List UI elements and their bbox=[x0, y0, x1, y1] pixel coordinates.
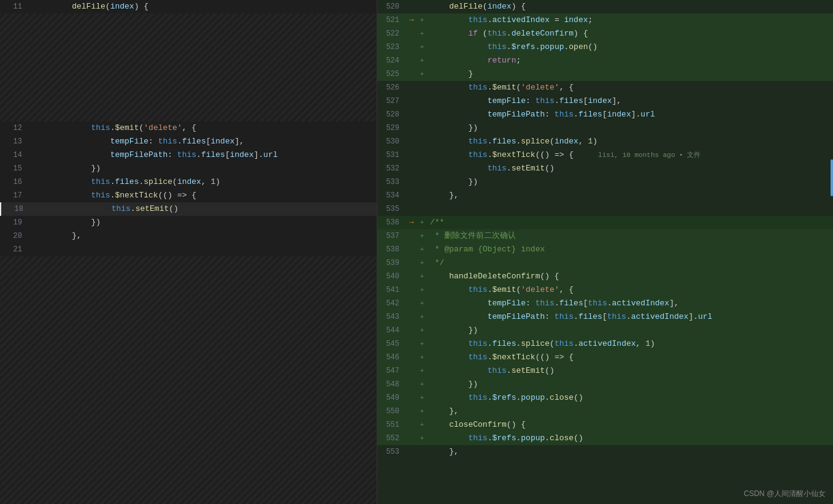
code-content: this.$emit('delete', { bbox=[428, 283, 833, 297]
table-row: 543 + tempFilePath: this.files[this.acti… bbox=[377, 310, 833, 324]
table-row: 520 delFile(index) { bbox=[377, 0, 833, 13]
editor-container: 11 delFile(index) { 12 this.$emit('delet… bbox=[0, 0, 833, 504]
line-number: 530 bbox=[377, 137, 407, 146]
table-row: 547 + this.setEmit() bbox=[377, 364, 833, 378]
table-row: 20 }, bbox=[0, 229, 377, 243]
table-row: 536 → + /** bbox=[377, 216, 833, 229]
line-number: 539 bbox=[377, 259, 407, 267]
code-content: }) bbox=[428, 121, 833, 135]
code-content: this.$emit('delete', { bbox=[428, 81, 833, 94]
table-row: 527 tempFile: this.files[index], bbox=[377, 94, 833, 108]
code-content: this.files.splice(index, 1) bbox=[50, 175, 377, 189]
line-number: 16 bbox=[0, 178, 29, 186]
line-number: 521 bbox=[377, 16, 407, 25]
code-content: this.$nextTick(() => { bbox=[50, 189, 377, 202]
code-content: if (this.deleteConfirm) { bbox=[428, 27, 833, 40]
gutter: + bbox=[416, 354, 428, 361]
gutter: + bbox=[416, 394, 428, 402]
line-number: 540 bbox=[377, 272, 407, 281]
table-row: 16 this.files.splice(index, 1) bbox=[0, 175, 377, 189]
table-row: 531 this.$nextTick(() => {lisi, 10 month… bbox=[377, 148, 833, 162]
line-number: 535 bbox=[377, 205, 407, 213]
watermark: CSDN @人间清醒小仙女 bbox=[743, 489, 826, 499]
table-row: 529 }) bbox=[377, 121, 833, 135]
line-number: 548 bbox=[377, 380, 407, 389]
gutter: + bbox=[416, 57, 428, 64]
gutter: + bbox=[416, 367, 428, 375]
code-content: }, bbox=[428, 445, 833, 459]
code-content: handleDeleteConfirm() { bbox=[428, 270, 833, 283]
left-pane: 11 delFile(index) { 12 this.$emit('delet… bbox=[0, 0, 377, 504]
line-number: 21 bbox=[0, 245, 29, 254]
line-number: 542 bbox=[377, 299, 407, 308]
gutter: + bbox=[416, 30, 428, 37]
gutter: + bbox=[416, 300, 428, 307]
table-row: 548 + }) bbox=[377, 378, 833, 391]
code-content: } bbox=[428, 67, 833, 81]
table-row: 551 + closeConfirm() { bbox=[377, 418, 833, 432]
line-number: 528 bbox=[377, 110, 407, 119]
line-number: 533 bbox=[377, 178, 407, 186]
code-content: tempFile: this.files[index], bbox=[428, 94, 833, 108]
table-row: 533 }) bbox=[377, 175, 833, 189]
line-number: 13 bbox=[0, 137, 29, 146]
code-content: tempFile: this.files[this.activedIndex], bbox=[428, 297, 833, 310]
code-content: closeConfirm() { bbox=[428, 418, 833, 432]
line-number: 545 bbox=[377, 340, 407, 348]
table-row: 11 delFile(index) { bbox=[0, 0, 377, 13]
code-content: this.$emit('delete', { bbox=[50, 121, 377, 135]
line-number: 18 bbox=[1, 205, 31, 213]
line-number: 546 bbox=[377, 353, 407, 362]
line-number: 529 bbox=[377, 124, 407, 132]
table-row: 528 tempFilePath: this.files[index].url bbox=[377, 108, 833, 121]
code-content: this.files.splice(this.activedIndex, 1) bbox=[428, 337, 833, 351]
line-number: 526 bbox=[377, 83, 407, 92]
table-row: 522 + if (this.deleteConfirm) { bbox=[377, 27, 833, 40]
table-row: 532 this.setEmit() bbox=[377, 162, 833, 175]
code-content: this.$nextTick(() => { bbox=[428, 351, 833, 364]
line-number: 524 bbox=[377, 56, 407, 65]
table-row: 544 + }) bbox=[377, 324, 833, 337]
line-number: 14 bbox=[0, 151, 29, 159]
code-content: }, bbox=[428, 189, 833, 202]
code-content: }) bbox=[428, 324, 833, 337]
code-content: }, bbox=[428, 405, 833, 418]
table-row: 12 this.$emit('delete', { bbox=[0, 121, 377, 135]
gutter: + bbox=[416, 232, 428, 240]
line-number: 552 bbox=[377, 434, 407, 443]
stripe-block-bottom bbox=[0, 256, 377, 504]
scroll-indicator bbox=[831, 159, 833, 196]
code-content: delFile(index) { bbox=[428, 0, 833, 13]
line-number: 547 bbox=[377, 367, 407, 375]
code-content: tempFilePath: this.files[this.activedInd… bbox=[428, 310, 833, 324]
table-row: 525 + } bbox=[377, 67, 833, 81]
code-content: }) bbox=[428, 175, 833, 189]
code-content: }) bbox=[50, 162, 377, 175]
code-content: }) bbox=[50, 216, 377, 229]
line-number: 537 bbox=[377, 232, 407, 240]
gutter: + bbox=[416, 327, 428, 334]
table-row: 521 → + this.activedIndex = index; bbox=[377, 13, 833, 27]
code-content: this.files.splice(index, 1) bbox=[428, 135, 833, 148]
line-number: 553 bbox=[377, 448, 407, 456]
gutter: + bbox=[416, 259, 428, 267]
code-content: this.$nextTick(() => {lisi, 10 months ag… bbox=[428, 148, 833, 162]
table-row: 549 + this.$refs.popup.close() bbox=[377, 391, 833, 405]
table-row: 526 this.$emit('delete', { bbox=[377, 81, 833, 94]
line-number: 20 bbox=[0, 232, 29, 240]
table-row: 17 this.$nextTick(() => { bbox=[0, 189, 377, 202]
code-content: tempFile: this.files[index], bbox=[50, 135, 377, 148]
table-row: 13 tempFile: this.files[index], bbox=[0, 135, 377, 148]
code-content: */ bbox=[428, 256, 833, 270]
table-row: 15 }) bbox=[0, 162, 377, 175]
gutter: + bbox=[416, 381, 428, 388]
gutter: + bbox=[416, 435, 428, 442]
gutter: + bbox=[416, 17, 428, 24]
line-number: 538 bbox=[377, 245, 407, 254]
code-content: this.setEmit() bbox=[52, 202, 377, 216]
line-number: 15 bbox=[0, 164, 29, 173]
table-row: 530 this.files.splice(index, 1) bbox=[377, 135, 833, 148]
gutter: + bbox=[416, 408, 428, 415]
gutter: + bbox=[416, 313, 428, 321]
arrow: → bbox=[407, 16, 416, 25]
